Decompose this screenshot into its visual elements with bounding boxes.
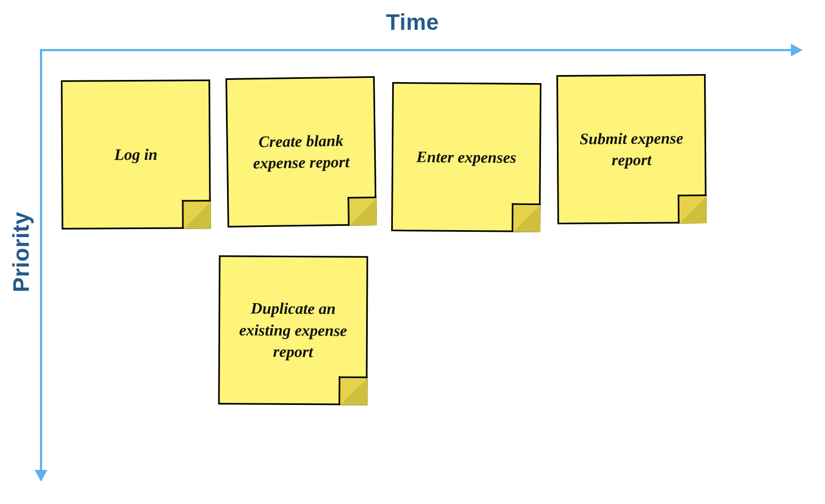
sticky-note-duplicate[interactable]: Duplicate an existing expense report	[218, 255, 368, 405]
sticky-note-login[interactable]: Log in	[61, 79, 211, 229]
sticky-note-create-blank[interactable]: Create blank expense report	[225, 76, 377, 227]
sticky-fold-icon	[347, 197, 377, 226]
sticky-note-label: Log in	[114, 144, 157, 166]
story-map-canvas: Time Priority Log in Create blank expens…	[0, 0, 825, 504]
sticky-fold-icon	[338, 376, 367, 405]
priority-axis-line	[40, 49, 42, 472]
sticky-fold-icon	[182, 200, 211, 229]
axis-label-time-text: Time	[386, 10, 439, 35]
sticky-note-submit[interactable]: Submit expense report	[556, 74, 707, 224]
sticky-fold-icon	[678, 194, 707, 223]
sticky-fold-icon	[512, 204, 540, 232]
time-axis-arrow-icon	[791, 44, 803, 56]
time-axis-line	[40, 49, 793, 51]
axis-label-time: Time	[0, 10, 825, 35]
sticky-note-label: Create blank expense report	[240, 129, 361, 174]
axis-label-priority: Priority	[5, 0, 37, 504]
priority-axis-arrow-icon	[35, 470, 47, 482]
sticky-note-label: Submit expense report	[571, 127, 692, 172]
sticky-note-label: Enter expenses	[416, 146, 516, 168]
sticky-note-enter-expenses[interactable]: Enter expenses	[391, 82, 541, 232]
sticky-note-label: Duplicate an existing expense report	[233, 298, 354, 363]
axis-label-priority-text: Priority	[9, 212, 34, 292]
